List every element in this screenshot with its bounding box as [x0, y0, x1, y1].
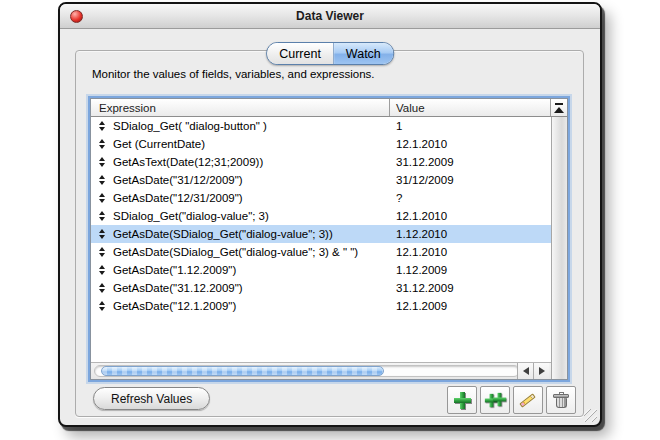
value-cell: 12.1.2010	[390, 210, 551, 222]
reorder-updown-icon	[91, 265, 113, 275]
table-header: Expression Value	[91, 99, 567, 117]
pencil-icon	[518, 391, 538, 409]
tab-watch[interactable]: Watch	[334, 43, 393, 64]
vertical-scrollbar[interactable]	[551, 117, 567, 379]
value-cell: 31.12.2009	[390, 282, 551, 294]
reorder-updown-icon	[91, 283, 113, 293]
table-row[interactable]: Get (CurrentDate)12.1.2010	[91, 135, 551, 153]
expression-cell: GetAsDate(SDialog_Get("dialog-value"; 3)…	[113, 228, 390, 240]
scroll-arrow-group	[517, 363, 549, 379]
value-cell: ?	[390, 192, 551, 204]
expression-cell: SDialog_Get("dialog-value"; 3)	[113, 210, 390, 222]
value-cell: 12.1.2010	[390, 138, 551, 150]
scroll-left-button[interactable]	[517, 363, 533, 379]
reorder-updown-icon	[91, 211, 113, 221]
column-header-value[interactable]: Value	[390, 99, 551, 116]
tab-current[interactable]: Current	[267, 43, 334, 64]
trash-icon	[554, 392, 569, 408]
resize-grip[interactable]	[584, 409, 597, 422]
horizontal-scrollbar-thumb[interactable]	[101, 366, 384, 376]
header-corner[interactable]	[551, 99, 567, 116]
table-row[interactable]: GetAsDate("31/12/2009")31/12/2009	[91, 171, 551, 189]
reorder-updown-icon	[91, 193, 113, 203]
refresh-values-button[interactable]: Refresh Values	[93, 387, 210, 410]
table-body: SDialog_Get( "dialog-button" )1Get (Curr…	[91, 117, 551, 362]
expression-cell: GetAsText(Date(12;31;2009))	[113, 156, 390, 168]
add-multiple-expressions-button[interactable]	[480, 386, 510, 414]
reorder-updown-icon	[91, 229, 113, 239]
value-cell: 1.12.2009	[390, 264, 551, 276]
tab-watch-label: Watch	[346, 47, 381, 61]
table-row[interactable]: GetAsDate("1.12.2009")1.12.2009	[91, 261, 551, 279]
delete-expression-button[interactable]	[546, 386, 576, 414]
expression-cell: SDialog_Get( "dialog-button" )	[113, 120, 390, 132]
reorder-updown-icon	[91, 301, 113, 311]
reorder-updown-icon	[91, 121, 113, 131]
reorder-updown-icon	[91, 247, 113, 257]
value-cell: 31.12.2009	[390, 156, 551, 168]
panel-description: Monitor the values of fields, variables,…	[92, 68, 375, 80]
expression-toolbar	[447, 386, 576, 414]
double-plus-icon	[485, 391, 506, 409]
expression-cell: GetAsDate("1.12.2009")	[113, 264, 390, 276]
table-row[interactable]: SDialog_Get("dialog-value"; 3)12.1.2010	[91, 207, 551, 225]
expression-cell: Get (CurrentDate)	[113, 138, 390, 150]
expression-cell: GetAsDate("31.12.2009")	[113, 282, 390, 294]
reorder-updown-icon	[91, 157, 113, 167]
table-row[interactable]: GetAsText(Date(12;31;2009))31.12.2009	[91, 153, 551, 171]
table-row[interactable]: GetAsDate(SDialog_Get("dialog-value"; 3)…	[91, 225, 551, 243]
add-expression-button[interactable]	[447, 386, 477, 414]
table-row[interactable]: GetAsDate("31.12.2009")31.12.2009	[91, 279, 551, 297]
value-cell: 1	[390, 120, 551, 132]
table-row[interactable]: SDialog_Get( "dialog-button" )1	[91, 117, 551, 135]
table-row[interactable]: GetAsDate(SDialog_Get("dialog-value"; 3)…	[91, 243, 551, 261]
reorder-updown-icon	[91, 139, 113, 149]
value-cell: 12.1.2009	[390, 300, 551, 312]
expression-cell: GetAsDate("31/12/2009")	[113, 174, 390, 186]
data-viewer-window: Data Viewer Current Watch Monitor the va…	[58, 2, 602, 427]
expression-cell: GetAsDate("12/31/2009")	[113, 192, 390, 204]
plus-icon	[454, 392, 471, 409]
reorder-updown-icon	[91, 175, 113, 185]
expression-cell: GetAsDate("12.1.2009")	[113, 300, 390, 312]
window-title: Data Viewer	[296, 9, 364, 23]
arrow-left-icon	[523, 367, 529, 375]
expression-cell: GetAsDate(SDialog_Get("dialog-value"; 3)…	[113, 246, 390, 258]
arrow-right-icon	[539, 367, 545, 375]
expressions-table: Expression Value SDialog_Get( "dialog-bu…	[90, 98, 568, 380]
titlebar: Data Viewer	[60, 4, 600, 29]
scroll-right-button[interactable]	[533, 363, 549, 379]
horizontal-scrollbar-track[interactable]	[94, 365, 520, 377]
close-button[interactable]	[70, 10, 83, 23]
column-header-expression[interactable]: Expression	[91, 99, 390, 116]
table-row[interactable]: GetAsDate("12.1.2009")12.1.2009	[91, 297, 551, 315]
tab-current-label: Current	[279, 47, 321, 61]
horizontal-scrollbar	[91, 362, 551, 379]
table-row[interactable]: GetAsDate("12/31/2009")?	[91, 189, 551, 207]
edit-expression-button[interactable]	[513, 386, 543, 414]
value-cell: 1.12.2010	[390, 228, 551, 240]
value-cell: 31/12/2009	[390, 174, 551, 186]
sort-triangle-icon	[554, 102, 564, 113]
view-tab-group: Current Watch	[266, 42, 394, 65]
value-cell: 12.1.2010	[390, 246, 551, 258]
